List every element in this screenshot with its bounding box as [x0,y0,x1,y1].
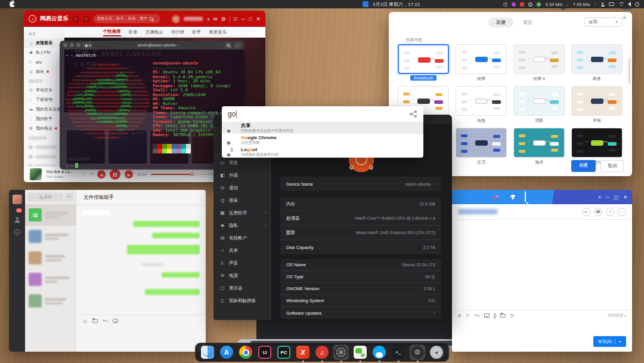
search-input[interactable]: 搜索音乐，歌手，歌词，用户 [94,14,160,23]
maximize-icon[interactable]: ▢ [249,17,253,21]
settings-nav-通知[interactable]: Ω通知 [213,182,270,194]
sidebar-item-blurred[interactable] [24,142,64,152]
template-card-手绘[interactable] [571,86,623,116]
previous-button[interactable]: ◀ [97,170,106,179]
settings-nav-背景[interactable]: ▭背景 [213,156,270,169]
dock-preferences[interactable]: ⚙ [410,344,425,360]
history-icon[interactable]: ◷ [510,313,514,318]
voice-call-icon[interactable]: ☎ [594,208,602,216]
menu-button[interactable]: ⋯ [234,42,241,48]
settings-nav-隐私[interactable]: ◈隐私› [213,219,270,232]
dock-system-settings[interactable] [333,344,349,360]
message-history-button[interactable]: 消息记录▾ [608,313,626,318]
mini-mode-icon[interactable]: ◱ [234,17,238,21]
close-icon[interactable]: ✕ [256,16,261,22]
dock-finder[interactable] [200,344,215,360]
settings-gear-icon[interactable]: ⚙ [221,16,226,22]
file-icon[interactable] [500,314,506,318]
close-icon[interactable]: ✕ [623,195,627,200]
scrollbar[interactable] [628,59,630,84]
avatar[interactable] [13,195,22,204]
sidebar-item-朋友[interactable]: ◎朋友 [24,67,64,76]
tray-steam-icon[interactable] [528,2,532,7]
message-input[interactable] [76,327,206,352]
menu-icon[interactable]: ≡ [598,195,601,200]
template-card-经典[interactable] [456,44,507,74]
search-query[interactable]: go [228,110,236,118]
list-item-selected[interactable]: ▤ [25,204,76,226]
mail-icon[interactable]: ✉ [213,16,218,22]
search-input[interactable]: 搜索 [27,193,63,201]
nav-contacts[interactable] [14,217,20,223]
template-card-经典 II[interactable] [513,44,565,74]
sidebar-item-本地音乐[interactable]: ⊙本地音乐 [24,85,64,95]
pause-button[interactable] [110,169,120,180]
settings-nav-搜索[interactable]: Q搜索 [213,194,270,207]
template-card-清新[interactable] [513,86,565,116]
clock-date[interactable]: 5月2日 星期六，17:22 [373,1,420,8]
sidebar-item-我的歌手[interactable]: ◌我的歌手 [24,114,64,124]
skin-icon[interactable]: ◑ [206,16,209,22]
dock-launcher[interactable]: ➤ [429,344,444,360]
tab-devices[interactable] [525,192,526,202]
sidebar-item-私人FM[interactable]: ◉私人FM [24,48,64,57]
filter-dropdown[interactable]: 全部 ▼ [584,17,623,27]
template-card-Snowbrush[interactable] [398,44,449,74]
dock-xmind[interactable]: X [295,344,311,360]
back-icon[interactable]: ‹ [72,16,79,23]
settings-nav-共享[interactable]: <共享 [213,244,270,257]
sidebar-item-blurred[interactable] [24,161,64,166]
tray-clock-icon[interactable]: ◷ [503,1,508,7]
keyboard-layout-icon[interactable] [609,2,614,6]
minimize-icon[interactable]: ─ [606,195,609,200]
sidebar-item-下载管理[interactable]: ↓下载管理 [24,95,64,104]
sidebar-item-我的音乐云盘[interactable]: ☁我的音乐云盘 [24,104,64,114]
tab-歌手[interactable]: 歌手 [192,29,201,35]
dock-qq[interactable] [371,344,387,360]
settings-nav-声音[interactable]: ♬声音 [213,257,270,269]
wifi-icon[interactable] [618,2,624,7]
template-card-活力[interactable] [571,128,623,158]
template-card-海洋[interactable] [513,128,565,158]
sidebar-item-发现音乐[interactable]: ♫发现音乐 [24,38,64,48]
tab-排行榜[interactable]: 排行榜 [171,29,185,35]
dock-app-store[interactable]: A [219,344,234,360]
volume-icon[interactable] [628,2,631,7]
template-card-浅色[interactable] [456,86,507,116]
nav-discover[interactable] [14,229,20,235]
dock-terminal[interactable]: >_ [391,344,406,360]
add-chat-button[interactable]: + [65,193,73,201]
window-button[interactable] [63,43,67,47]
settings-row-Software Updates[interactable]: Software Updates› [280,307,441,319]
user-menu-icon[interactable] [600,2,605,7]
sidebar-item-MV[interactable]: ▷MV [24,57,64,67]
minimize-icon[interactable]: ─ [241,16,244,22]
list-item[interactable] [25,226,76,247]
more-icon[interactable]: ⋯ [618,208,626,216]
settings-nav-鼠标和触摸板[interactable]: ▯鼠标和触摸板 [213,294,270,307]
power-icon[interactable] [635,2,639,7]
tab-歌单[interactable]: 歌单 [129,29,138,35]
search-result-Logout[interactable]: 3Logout当前操作系统账号注销 [222,146,423,158]
sidebar-item-我的电台[interactable]: ⊕我的电台 [24,124,64,133]
settings-nav-应用程序[interactable]: ▦应用程序› [213,207,270,219]
dock-intellij-idea[interactable]: IJ [257,344,273,360]
search-result-共享[interactable]: 1共享控制想要与其他用户共享的内容 [222,122,423,134]
new-tab-button[interactable]: ▣ ▾ [83,42,92,48]
settings-row-Device Name[interactable]: Device Nameseven-ubuntu› [280,177,441,191]
tab-new[interactable]: 新建 [488,17,513,27]
message-input[interactable]: 发送(S) ▼ [452,321,632,352]
maximize-icon[interactable]: ▢ [614,195,619,200]
settings-nav-在线帐户[interactable]: @在线帐户 [213,232,270,244]
tab-最新音乐[interactable]: 最新音乐 [209,29,227,35]
dock-pycharm[interactable]: PC [276,344,292,360]
add-icon[interactable]: + [606,208,614,216]
cancel-button[interactable]: 取消 [600,160,624,172]
sidebar-item-blurred[interactable] [24,152,64,161]
list-item[interactable] [25,269,76,290]
settings-nav-显示器[interactable]: ▢显示器 [213,282,270,294]
dock-chrome[interactable] [238,344,253,360]
list-item[interactable] [25,247,76,269]
screenshot-icon[interactable]: ✂▾ [475,313,480,318]
create-button[interactable]: 创建 [571,160,596,172]
